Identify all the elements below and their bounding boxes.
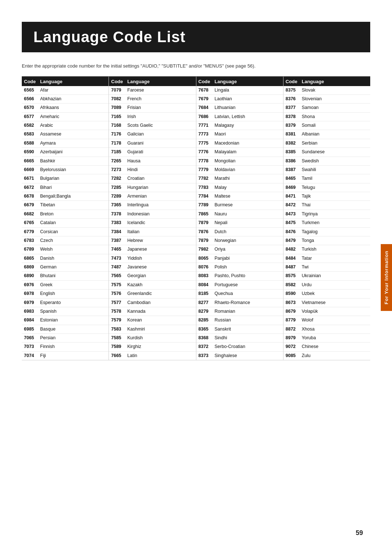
lang-code: 7589	[109, 343, 125, 351]
table-row: 8472Thai	[283, 201, 370, 210]
lang-code: 7074	[22, 351, 38, 360]
table-row: 7589Kirghiz	[109, 343, 196, 351]
lang-name: Laothian	[212, 94, 283, 103]
table-row: 7487Javanese	[109, 263, 196, 272]
lang-name: Marathi	[212, 174, 283, 183]
lang-name: Malayalam	[212, 148, 283, 157]
lang-name: Afar	[38, 86, 109, 95]
table-row: 7473Yiddish	[109, 254, 196, 263]
lang-name: Tajik	[299, 192, 370, 201]
table-row: 8673Vietnamese	[283, 298, 370, 307]
table-row: 8582Urdu	[283, 280, 370, 289]
lang-code: 6765	[22, 219, 38, 227]
lang-code: 7365	[109, 201, 125, 210]
lang-name: Sindhi	[212, 334, 283, 343]
table-row: 7575Kazakh	[109, 280, 196, 289]
lang-code: 8277	[196, 298, 213, 307]
table-row: 7684Lithuanian	[196, 104, 283, 112]
table-row: 7387Hebrew	[109, 236, 196, 245]
table-row: 7578Kannada	[109, 307, 196, 316]
table-row: 7282Croatian	[109, 174, 196, 183]
lang-code: 7079	[109, 86, 125, 95]
lang-name: Bengali;Bangla	[38, 192, 109, 201]
lang-name: Kurdish	[125, 334, 196, 343]
lang-name: Rhaeto-Romance	[212, 298, 283, 307]
lang-code: 7285	[109, 183, 125, 192]
lang-name: Nauru	[212, 210, 283, 218]
lang-name: Abkhazian	[38, 94, 109, 103]
table-row: 6869German	[22, 263, 109, 272]
table-row: 6672Bihari	[22, 183, 109, 192]
lang-code: 7789	[196, 201, 213, 210]
table-row: 8479Tonga	[283, 236, 370, 245]
table-row: 8378Shona	[283, 112, 370, 121]
lang-name: English	[38, 289, 109, 298]
lang-name: Twi	[299, 263, 370, 272]
lang-name: Polish	[212, 263, 283, 272]
lang-code: 7579	[109, 316, 125, 325]
lang-code: 6869	[22, 263, 38, 272]
lang-code: 8379	[283, 121, 300, 130]
lang-name: Uzbek	[299, 289, 370, 298]
lang-name: Moldavian	[212, 165, 283, 174]
table-row: 8387Swahili	[283, 165, 370, 174]
table-row: 7678Lingala	[196, 86, 283, 95]
lang-code: 6976	[22, 280, 38, 289]
lang-code: 6566	[22, 94, 38, 103]
table-row: 7285Hungarian	[109, 183, 196, 192]
lang-name: Shona	[299, 112, 370, 121]
table-row: 8484Tatar	[283, 254, 370, 263]
lang-name: Kazakh	[125, 280, 196, 289]
lang-name: Maltese	[212, 192, 283, 201]
lang-name: Wolof	[299, 316, 370, 325]
lang-name: Slovak	[299, 86, 370, 95]
lang-name: Quechua	[212, 289, 283, 298]
lang-code: 8479	[283, 236, 300, 245]
lang-name: Pashto, Pushto	[212, 272, 283, 280]
lang-name: Afrikaans	[38, 104, 109, 112]
table-row: 6976Greek	[22, 280, 109, 289]
table-row: 7686Latvian, Lettish	[196, 112, 283, 121]
table-row: 7082French	[109, 94, 196, 103]
table-row: 8373Singhalese	[196, 351, 283, 360]
language-table-wrapper: CodeLanguage6565Afar6566Abkhazian6570Afr…	[22, 76, 370, 361]
table-row: 6566Abkhazian	[22, 94, 109, 103]
table-row: 7775Macedonian	[196, 139, 283, 147]
lang-name: Croatian	[125, 174, 196, 183]
lang-name: Javanese	[125, 263, 196, 272]
table-row: 8285Russian	[196, 316, 283, 325]
lang-name: Icelandic	[125, 219, 196, 227]
lang-code: 7583	[109, 325, 125, 333]
lang-code: 8381	[283, 130, 300, 139]
lang-name: Hausa	[125, 157, 196, 165]
table-row: 6890Bhutani	[22, 272, 109, 280]
col-header-language: Language	[125, 77, 196, 86]
lang-code: 8372	[196, 343, 213, 351]
table-row: 8679Volapük	[283, 307, 370, 316]
table-row: 7982Oriya	[196, 245, 283, 254]
lang-code: 7176	[109, 130, 125, 139]
lang-code: 6679	[22, 201, 38, 210]
lang-code: 7782	[196, 174, 213, 183]
table-row: 8376Slovenian	[283, 94, 370, 103]
lang-name: Malagasy	[212, 121, 283, 130]
table-row: 7165Irish	[109, 112, 196, 121]
table-row: 8365Sanskrit	[196, 325, 283, 333]
lang-name: Estonian	[38, 316, 109, 325]
table-row: 8375Slovak	[283, 86, 370, 95]
lang-name: Tagalog	[299, 227, 370, 236]
lang-name: Vietnamese	[299, 298, 370, 307]
lang-code: 7585	[109, 334, 125, 343]
table-row: 7773Maori	[196, 130, 283, 139]
lang-name: Bihari	[38, 183, 109, 192]
lang-name: Guarani	[125, 139, 196, 147]
lang-code: 8872	[283, 325, 300, 333]
table-row: 7265Hausa	[109, 157, 196, 165]
lang-code: 6789	[22, 245, 38, 254]
table-row: 7168Scots Gaelic	[109, 121, 196, 130]
table-row: 7178Guarani	[109, 139, 196, 147]
column-2: CodeLanguage7079Faroese7082French7089Fri…	[109, 76, 196, 361]
table-row: 7073Finnish	[22, 343, 109, 351]
lang-name: Ameharic	[38, 112, 109, 121]
lang-name: Galician	[125, 130, 196, 139]
